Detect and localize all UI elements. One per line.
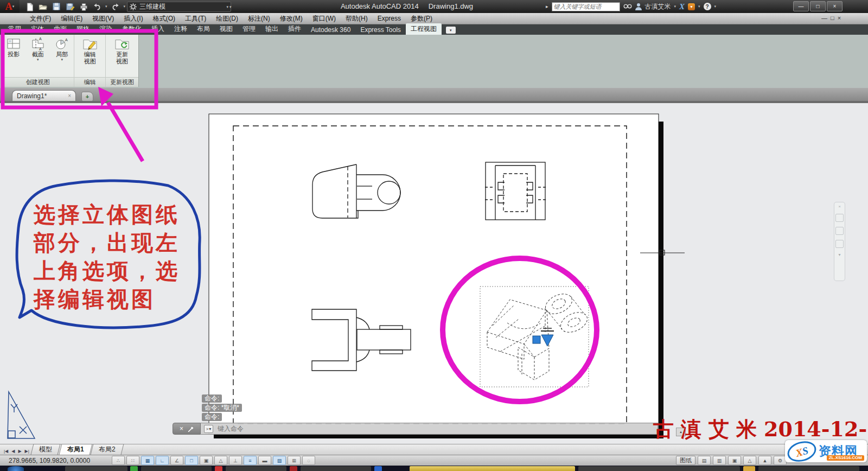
dynamic-ucs-toggle[interactable]: ⊥: [229, 456, 242, 465]
open-file-button[interactable]: [37, 1, 48, 12]
section-button[interactable]: AA 截面 ▾: [31, 37, 45, 61]
section-dropdown-caret[interactable]: ▾: [37, 58, 39, 61]
object-snap-toggle[interactable]: □: [185, 456, 198, 465]
ribbon-tab-render[interactable]: 渲染: [94, 23, 117, 35]
ribbon-tab-manage[interactable]: 管理: [238, 23, 260, 35]
layout1-tab[interactable]: 布局1: [59, 444, 92, 455]
first-layout-button[interactable]: |◀: [2, 448, 10, 455]
start-orb[interactable]: [8, 466, 24, 471]
object-snap-tracking-toggle[interactable]: △: [214, 456, 227, 465]
toolbar-options-caret[interactable]: ▾: [229, 5, 232, 9]
application-menu-button[interactable]: A ▾: [0, 0, 20, 13]
annotation-scale-icon[interactable]: △: [743, 456, 756, 465]
taskbar-app[interactable]: [743, 466, 755, 471]
menu-edit[interactable]: 编辑(E): [56, 13, 87, 24]
view-bottom-left-top[interactable]: [312, 309, 411, 371]
navbar-close-icon[interactable]: ×: [838, 205, 841, 209]
navbar-caret[interactable]: ▾: [838, 253, 840, 257]
taskbar-app[interactable]: [130, 466, 138, 471]
steering-wheel-icon[interactable]: [835, 214, 844, 222]
infocenter-collapse-icon[interactable]: ▸: [546, 4, 548, 9]
ribbon-minimize-button[interactable]: ▾: [446, 27, 456, 34]
quick-view-layouts-icon[interactable]: ▤: [698, 456, 711, 465]
maximize-viewport-icon[interactable]: ▣: [728, 456, 741, 465]
layout2-tab[interactable]: 布局2: [91, 444, 124, 455]
undo-button[interactable]: [92, 1, 103, 12]
edit-panel-title[interactable]: 编辑: [74, 77, 105, 87]
ribbon-tab-autodesk360[interactable]: Autodesk 360: [306, 25, 355, 35]
next-layout-button[interactable]: ▶: [16, 448, 23, 455]
detail-dropdown-caret[interactable]: ▾: [61, 58, 63, 61]
annotation-visibility-icon[interactable]: ▲: [758, 456, 771, 465]
view-isometric-selected[interactable]: [480, 287, 590, 387]
taskbar-app[interactable]: [215, 466, 222, 471]
taskbar-app[interactable]: [301, 466, 371, 471]
paper-model-button[interactable]: 图纸: [676, 456, 695, 465]
ribbon-tab-engineering-views[interactable]: 工程视图: [406, 23, 442, 35]
username-label[interactable]: 古滇艾米: [645, 2, 671, 11]
plot-button[interactable]: [78, 1, 89, 12]
ortho-mode-toggle[interactable]: ∟: [156, 456, 169, 465]
menu-format[interactable]: 格式(O): [148, 13, 180, 24]
comm-caret[interactable]: ▾: [698, 4, 700, 9]
model-tab[interactable]: 模型: [30, 444, 60, 455]
ribbon-tab-solid[interactable]: 实体: [26, 23, 49, 35]
projection-button[interactable]: 投影: [7, 37, 21, 58]
restore-button[interactable]: □: [810, 1, 826, 11]
ribbon-tab-output[interactable]: 输出: [260, 23, 283, 35]
help-caret[interactable]: ▾: [714, 4, 717, 9]
infer-constraints-toggle[interactable]: ∴: [112, 456, 125, 465]
redo-dropdown-caret[interactable]: ▾: [124, 4, 126, 9]
search-input[interactable]: [552, 2, 620, 11]
file-tab-drawing1[interactable]: Drawing1* ×: [12, 90, 76, 101]
ribbon-tab-surface[interactable]: 曲面: [49, 23, 72, 35]
polar-tracking-toggle[interactable]: ∠: [170, 456, 183, 465]
doc-restore-button[interactable]: □: [831, 15, 834, 21]
exchange-apps-icon[interactable]: X: [679, 2, 685, 11]
menu-tools[interactable]: 工具(T): [180, 13, 211, 24]
triangle-grip[interactable]: [541, 335, 553, 346]
ribbon-tab-view[interactable]: 视图: [215, 23, 238, 35]
new-file-button[interactable]: [24, 1, 35, 12]
ribbon-tab-plugins[interactable]: 插件: [283, 23, 306, 35]
quick-properties-toggle[interactable]: ⊞: [288, 456, 301, 465]
selection-cycling-toggle[interactable]: ◌: [302, 456, 315, 465]
zoom-icon[interactable]: [835, 240, 844, 248]
snap-mode-toggle[interactable]: ∷: [126, 456, 139, 465]
transparency-toggle[interactable]: ▨: [273, 456, 286, 465]
file-tab-close-icon[interactable]: ×: [68, 93, 71, 99]
navigation-bar[interactable]: × ▾: [834, 202, 845, 281]
command-input[interactable]: [216, 424, 654, 433]
menu-help[interactable]: 帮助(H): [341, 13, 373, 24]
help-icon[interactable]: ?: [704, 3, 711, 10]
detail-button[interactable]: A 局部 ▾: [55, 37, 69, 61]
ribbon-tab-express-tools[interactable]: Express Tools: [355, 25, 405, 35]
taskbar-app[interactable]: [374, 466, 382, 471]
search-icon[interactable]: [623, 3, 632, 10]
undo-dropdown-caret[interactable]: ▾: [105, 4, 107, 9]
square-grip[interactable]: [533, 336, 540, 343]
view-top-left-side[interactable]: [312, 164, 400, 218]
update-view-button[interactable]: 更新 视图: [114, 37, 130, 65]
taskbar-app[interactable]: [226, 466, 286, 471]
taskbar-app[interactable]: [758, 466, 859, 471]
menu-insert[interactable]: 插入(I): [119, 13, 148, 24]
taskbar-app[interactable]: [141, 466, 212, 471]
command-close-icon[interactable]: ×: [180, 425, 183, 432]
taskbar-app[interactable]: [290, 466, 297, 471]
lineweight-toggle[interactable]: ▬: [258, 456, 271, 465]
prev-layout-button[interactable]: ◀: [10, 448, 16, 455]
ribbon-tab-insert[interactable]: 插入: [146, 23, 169, 35]
create-view-panel-title[interactable]: 创建视图: [2, 77, 74, 87]
ribbon-tab-parametric[interactable]: 参数化: [117, 23, 146, 35]
pan-hand-icon[interactable]: [835, 227, 844, 235]
user-caret[interactable]: ▾: [674, 4, 676, 9]
quick-view-drawings-icon[interactable]: ▥: [713, 456, 726, 465]
menu-file[interactable]: 文件(F): [25, 13, 56, 24]
menu-modify[interactable]: 修改(M): [275, 13, 308, 24]
last-layout-button[interactable]: ▶|: [23, 448, 31, 455]
ribbon-tab-annotate[interactable]: 注释: [169, 23, 192, 35]
menu-window[interactable]: 窗口(W): [308, 13, 341, 24]
ribbon-tab-layout[interactable]: 布局: [192, 23, 215, 35]
command-input-field[interactable]: > ▾: [201, 423, 658, 435]
